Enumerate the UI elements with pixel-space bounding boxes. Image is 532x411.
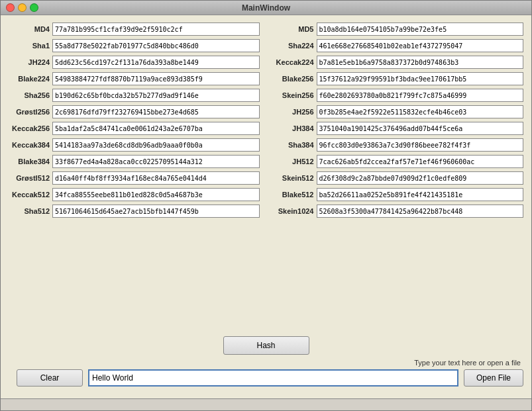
hash-row: MD5 bbox=[273, 22, 524, 36]
hash-row: Blake384 bbox=[9, 154, 260, 169]
hash-value-input[interactable] bbox=[317, 56, 524, 69]
hash-label: MD5 bbox=[273, 25, 314, 33]
hash-label: Keccak384 bbox=[9, 141, 50, 149]
hash-value-input[interactable] bbox=[52, 89, 260, 102]
hash-row: Skein1024 bbox=[273, 204, 524, 218]
hash-label: MD4 bbox=[9, 25, 50, 33]
status-bar bbox=[1, 398, 531, 410]
hash-row: Keccak224 bbox=[273, 55, 524, 69]
hash-label: Blake512 bbox=[273, 191, 314, 199]
hash-label: Skein256 bbox=[273, 91, 314, 99]
hash-value-input[interactable] bbox=[317, 39, 524, 52]
hash-label: Keccak256 bbox=[9, 124, 50, 132]
input-label: Type your text here or open a file bbox=[414, 359, 521, 367]
hash-value-input[interactable] bbox=[317, 105, 524, 118]
hash-row: Sha1 bbox=[9, 38, 260, 53]
window-controls bbox=[6, 3, 38, 12]
hash-value-input[interactable] bbox=[317, 23, 524, 36]
hash-value-input[interactable] bbox=[52, 138, 260, 152]
hash-label: Grøstl256 bbox=[9, 108, 50, 116]
hash-label: JH224 bbox=[9, 58, 50, 66]
hash-value-input[interactable] bbox=[317, 171, 524, 185]
hash-row: JH512 bbox=[273, 154, 524, 169]
hash-row: MD4 bbox=[9, 22, 260, 36]
hash-row: Skein512 bbox=[273, 171, 524, 185]
hash-value-input[interactable] bbox=[52, 23, 260, 36]
hash-label: JH256 bbox=[273, 108, 314, 116]
hash-row: Blake512 bbox=[273, 187, 524, 202]
hash-row: Grøstl256 bbox=[9, 105, 260, 119]
hash-label: Sha512 bbox=[9, 207, 50, 215]
hash-label: Blake256 bbox=[273, 75, 314, 83]
hash-label: Blake224 bbox=[9, 75, 50, 83]
close-button[interactable] bbox=[6, 3, 15, 12]
hash-label: Sha256 bbox=[9, 91, 50, 99]
open-file-button[interactable]: Open File bbox=[464, 369, 523, 387]
hash-row: Blake256 bbox=[273, 71, 524, 86]
hash-value-input[interactable] bbox=[52, 122, 260, 135]
hash-row: Keccak384 bbox=[9, 138, 260, 152]
hash-label: Grøstl512 bbox=[9, 174, 50, 182]
window-title: MainWindow bbox=[242, 3, 290, 13]
hash-row: Sha224 bbox=[273, 38, 524, 53]
hash-value-input[interactable] bbox=[52, 105, 260, 118]
hash-label: Sha1 bbox=[9, 42, 50, 50]
main-window: MainWindow MD4Sha1JH224Blake224Sha256Grø… bbox=[0, 0, 532, 411]
hash-row: Sha512 bbox=[9, 204, 260, 218]
hash-value-input[interactable] bbox=[317, 155, 524, 168]
hash-row: JH256 bbox=[273, 105, 524, 119]
hash-label: JH384 bbox=[273, 124, 314, 132]
hash-label: Sha384 bbox=[273, 141, 314, 149]
clear-button[interactable]: Clear bbox=[17, 369, 83, 387]
hash-row: JH384 bbox=[273, 121, 524, 136]
hash-label: Keccak224 bbox=[273, 58, 314, 66]
hash-value-input[interactable] bbox=[52, 56, 260, 69]
hash-row: Grøstl512 bbox=[9, 171, 260, 185]
hash-label: Skein1024 bbox=[273, 207, 314, 215]
bottom-section: Hash Type your text here or open a file … bbox=[9, 336, 523, 392]
hash-row: Blake224 bbox=[9, 71, 260, 86]
main-content: MD4Sha1JH224Blake224Sha256Grøstl256Kecca… bbox=[1, 15, 531, 398]
text-input-row: Clear Open File bbox=[9, 369, 523, 387]
hash-value-input[interactable] bbox=[52, 205, 260, 218]
hash-row: Sha384 bbox=[273, 138, 524, 152]
hash-value-input[interactable] bbox=[317, 205, 524, 218]
hash-row: Sha256 bbox=[9, 88, 260, 103]
hash-label: Sha224 bbox=[273, 42, 314, 50]
hash-row: Keccak256 bbox=[9, 121, 260, 136]
hash-value-input[interactable] bbox=[52, 171, 260, 185]
hash-value-input[interactable] bbox=[317, 89, 524, 102]
hash-label: Blake384 bbox=[9, 158, 50, 165]
hash-label: Skein512 bbox=[273, 174, 314, 182]
hash-row: Keccak512 bbox=[9, 187, 260, 202]
title-bar: MainWindow bbox=[1, 1, 531, 15]
hash-grid: MD4Sha1JH224Blake224Sha256Grøstl256Kecca… bbox=[9, 22, 523, 334]
left-hash-column: MD4Sha1JH224Blake224Sha256Grøstl256Kecca… bbox=[9, 22, 260, 334]
hash-value-input[interactable] bbox=[52, 155, 260, 168]
right-hash-column: MD5Sha224Keccak224Blake256Skein256JH256J… bbox=[273, 22, 524, 334]
hash-value-input[interactable] bbox=[317, 138, 524, 152]
text-input[interactable] bbox=[88, 369, 458, 387]
minimize-button[interactable] bbox=[18, 3, 27, 12]
hash-value-input[interactable] bbox=[317, 72, 524, 85]
hash-value-input[interactable] bbox=[52, 39, 260, 52]
hash-row: JH224 bbox=[9, 55, 260, 69]
maximize-button[interactable] bbox=[30, 3, 38, 12]
hash-button[interactable]: Hash bbox=[223, 336, 309, 355]
hash-label: Keccak512 bbox=[9, 191, 50, 199]
hash-value-input[interactable] bbox=[52, 188, 260, 201]
hash-value-input[interactable] bbox=[317, 188, 524, 201]
hash-value-input[interactable] bbox=[317, 122, 524, 135]
hash-label: JH512 bbox=[273, 158, 314, 165]
input-section: Type your text here or open a file Clear… bbox=[9, 359, 523, 387]
hash-value-input[interactable] bbox=[52, 72, 260, 85]
hash-row: Skein256 bbox=[273, 88, 524, 103]
